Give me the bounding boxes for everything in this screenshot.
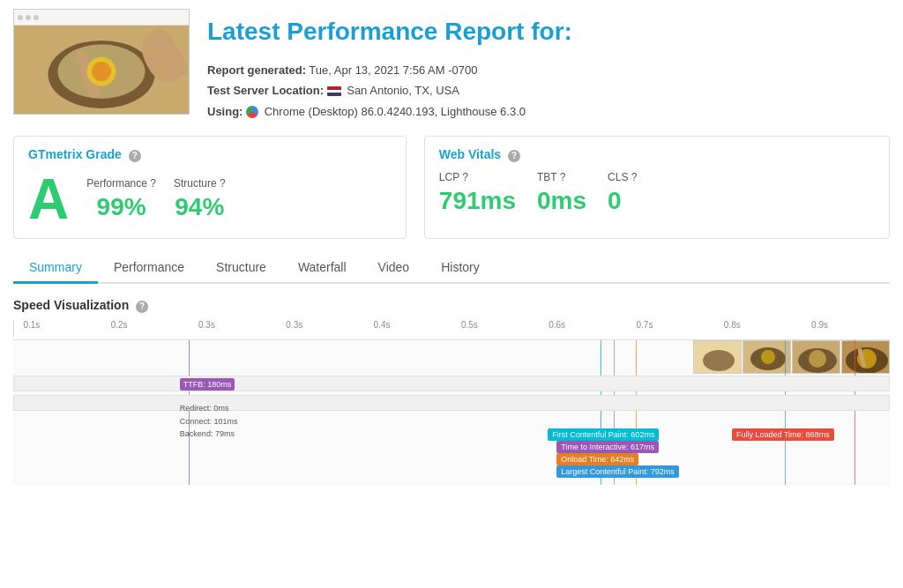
lcp-value: 791ms xyxy=(439,187,516,215)
structure-label: Structure ? xyxy=(174,177,226,190)
film-svg-1 xyxy=(694,341,742,374)
grades-section: GTmetrix Grade ? A Performance ? 99% xyxy=(13,136,890,239)
vitals-metrics: LCP ? 791ms TBT ? 0ms CLS ? xyxy=(439,171,875,215)
lcp-help-icon[interactable]: ? xyxy=(462,171,468,183)
performance-help-icon[interactable]: ? xyxy=(150,177,156,190)
cls-vital: CLS ? 0 xyxy=(608,171,637,215)
gtmetrix-title: GTmetrix Grade ? xyxy=(28,147,392,162)
redirect-label: Redirect: 0ms xyxy=(180,402,238,414)
filmstrip xyxy=(693,340,890,374)
tick-09: 0.9s xyxy=(811,320,828,330)
meta-generated: Report generated: Tue, Apr 13, 2021 7:56… xyxy=(207,60,890,80)
vitals-title: Web Vitals ? xyxy=(439,147,875,162)
film-frame-3 xyxy=(792,340,840,374)
film-frame-1 xyxy=(693,340,742,374)
speed-viz-section: Speed Visualization ? 0.1s 0.2s 0.3s 0.3… xyxy=(13,298,890,485)
onload-annotation: Onload Time: 642ms xyxy=(556,453,638,465)
thumb-dot-3 xyxy=(34,15,39,20)
performance-label: Performance ? xyxy=(86,177,156,190)
speed-viz-help-icon[interactable]: ? xyxy=(136,301,148,313)
using-label: Using: xyxy=(207,105,243,118)
thumb-image-area xyxy=(14,26,189,115)
vitals-help-icon[interactable]: ? xyxy=(508,150,520,162)
site-thumbnail xyxy=(13,9,190,115)
generated-label: Report generated: xyxy=(207,63,306,77)
timeline-row-1 xyxy=(13,376,890,391)
cls-help-icon[interactable]: ? xyxy=(631,171,638,183)
server-label: Test Server Location: xyxy=(207,84,324,97)
tick-07: 0.7s xyxy=(637,320,653,330)
film-svg-3 xyxy=(793,341,840,374)
cls-label: CLS ? xyxy=(608,171,637,183)
tab-performance[interactable]: Performance xyxy=(98,253,200,284)
tab-structure[interactable]: Structure xyxy=(200,253,282,284)
film-svg-4 xyxy=(842,341,890,374)
flt-annotation: Fully Loaded Time: 868ms xyxy=(732,428,834,441)
svg-point-7 xyxy=(703,350,735,371)
tab-summary[interactable]: Summary xyxy=(13,253,98,284)
backend-label: Backend: 79ms xyxy=(180,428,238,440)
performance-value: 99% xyxy=(86,193,156,221)
lcp-label: LCP ? xyxy=(439,171,516,183)
meta-server: Test Server Location: San Antonio, TX, U… xyxy=(207,80,890,100)
lcp-vital: LCP ? 791ms xyxy=(439,171,516,215)
tick-01: 0.1s xyxy=(23,320,40,330)
redirect-info: Redirect: 0ms Connect: 101ms Backend: 79… xyxy=(180,402,238,440)
structure-help-icon[interactable]: ? xyxy=(220,177,226,190)
chrome-icon xyxy=(246,106,258,118)
tick-02: 0.2s xyxy=(111,320,128,330)
thumbnail-bar xyxy=(14,10,189,26)
meta-using: Using: Chrome (Desktop) 86.0.4240.193, L… xyxy=(207,101,890,122)
timeline-row-2 xyxy=(13,395,890,411)
tab-video[interactable]: Video xyxy=(362,253,426,284)
grade-metrics: Performance ? 99% Structure ? 94% xyxy=(86,177,225,221)
tick-05: 0.5s xyxy=(461,320,478,330)
connect-label: Connect: 101ms xyxy=(180,415,238,428)
using-value: Chrome (Desktop) 86.0.4240.193, Lighthou… xyxy=(265,105,526,118)
tbt-value: 0ms xyxy=(537,187,586,215)
viz-area: TTFB: 180ms Redirect: 0ms Connect: 101ms… xyxy=(13,339,890,485)
tabs-section: Summary Performance Structure Waterfall … xyxy=(13,253,890,284)
cls-value: 0 xyxy=(608,187,637,215)
speed-viz-title: Speed Visualization ? xyxy=(13,298,890,313)
tab-waterfall[interactable]: Waterfall xyxy=(282,253,362,284)
performance-metric: Performance ? 99% xyxy=(86,177,156,221)
tick-08: 0.8s xyxy=(724,320,741,330)
gtmetrix-help-icon[interactable]: ? xyxy=(129,150,141,162)
timeline-header: 0.1s 0.2s 0.3s 0.3s 0.4s 0.5s 0.6s 0.7s … xyxy=(13,320,890,338)
ttfb-block: TTFB: 180ms xyxy=(180,378,235,391)
structure-value: 94% xyxy=(174,193,226,221)
tbt-vital: TBT ? 0ms xyxy=(537,171,586,215)
tick-06: 0.6s xyxy=(549,320,565,330)
fcp-annotation: First Contentful Paint: 602ms xyxy=(548,428,659,441)
generated-value: Tue, Apr 13, 2021 7:56 AM -0700 xyxy=(309,63,477,77)
tti-annotation: Time to Interactive: 617ms xyxy=(556,441,659,453)
page-wrapper: Latest Performance Report for: Report ge… xyxy=(0,0,903,494)
tab-history[interactable]: History xyxy=(425,253,496,284)
header-section: Latest Performance Report for: Report ge… xyxy=(13,9,890,122)
grade-letter: A xyxy=(28,171,69,227)
gtmetrix-grade-card: GTmetrix Grade ? A Performance ? 99% xyxy=(13,136,407,239)
tbt-label: TBT ? xyxy=(537,171,586,183)
thumb-dot-2 xyxy=(26,15,31,20)
svg-point-10 xyxy=(761,350,775,364)
flag-icon xyxy=(327,86,341,96)
server-value: San Antonio, TX, USA xyxy=(347,84,459,97)
tick-03a: 0.3s xyxy=(198,320,215,330)
structure-metric: Structure ? 94% xyxy=(174,177,226,221)
tbt-help-icon[interactable]: ? xyxy=(560,171,566,183)
grade-content: A Performance ? 99% Structure ? xyxy=(28,171,392,227)
web-vitals-card: Web Vitals ? LCP ? 791ms TBT ? 0ms xyxy=(424,136,890,239)
flt-line xyxy=(854,340,855,485)
svg-point-13 xyxy=(809,350,826,368)
tick-04: 0.4s xyxy=(374,320,391,330)
tick-03b: 0.3s xyxy=(286,320,302,330)
report-title: Latest Performance Report for: xyxy=(207,18,890,46)
lcp-annotation: Largest Contentful Paint: 792ms xyxy=(556,465,679,478)
report-info: Latest Performance Report for: Report ge… xyxy=(207,9,890,122)
svg-point-5 xyxy=(92,62,111,81)
thumb-dot-1 xyxy=(18,15,23,20)
film-frame-4 xyxy=(841,340,890,374)
report-meta: Report generated: Tue, Apr 13, 2021 7:56… xyxy=(207,60,890,122)
lcp-line xyxy=(785,340,786,485)
